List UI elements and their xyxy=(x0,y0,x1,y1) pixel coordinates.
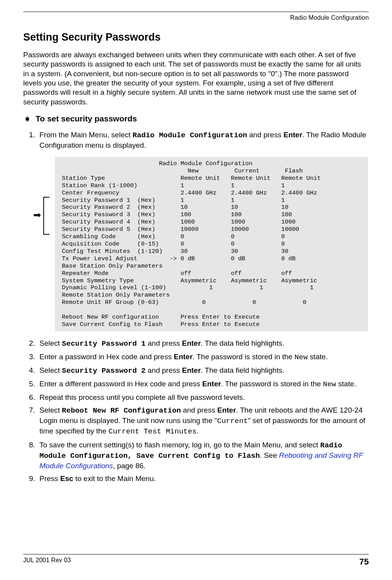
step-9-text: Press xyxy=(39,474,60,483)
step-2-text: Select xyxy=(39,339,62,347)
step-6: Repeat this process until you complete a… xyxy=(37,392,369,402)
step-9-text2: to exit to the Main Menu. xyxy=(73,474,156,483)
step-3-key: Enter xyxy=(174,353,193,361)
step-7-text2: and press xyxy=(181,406,217,414)
step-3-text: Enter a password in Hex code and press xyxy=(39,353,174,361)
step-8-text2: . See xyxy=(260,451,279,459)
step-3-text3: state. xyxy=(308,353,328,361)
step-8: To save the current setting(s) to flash … xyxy=(37,440,369,471)
step-5-text2: . The password is stored in the xyxy=(221,380,323,388)
step-4-text3: . The data field highlights. xyxy=(201,366,284,374)
procedure-arrow-icon: ➧ xyxy=(23,114,32,124)
step-4: Select Security Password 2 and press Ent… xyxy=(37,365,369,376)
page-number: 75 xyxy=(360,557,369,567)
running-head: Radio Module Configuration xyxy=(23,14,369,21)
step-7: Select Reboot New RF Configuration and p… xyxy=(37,405,369,437)
page: Radio Module Configuration Setting Secur… xyxy=(0,0,392,580)
step-7-mono1: Current xyxy=(217,417,248,425)
step-2: Select Security Password 1 and press Ent… xyxy=(37,338,369,349)
terminal-screen: Radio Module Configuration New Current F… xyxy=(55,157,368,331)
step-4-text2: and press xyxy=(146,366,182,374)
page-footer: JUL 2001 Rev 03 75 xyxy=(23,554,369,567)
step-7-command: Reboot New RF Configuration xyxy=(62,406,181,415)
step-5-text3: state. xyxy=(336,380,356,388)
step-3-text2: . The password is stored in the xyxy=(193,353,295,361)
step-9-key: Esc xyxy=(60,474,73,483)
step-1-command: Radio Module Configuration xyxy=(133,131,247,140)
step-5-key: Enter xyxy=(202,380,221,388)
step-1-text2: and press xyxy=(247,131,283,139)
step-8-text3: , page 86. xyxy=(113,462,146,470)
section-title: Setting Security Passwords xyxy=(23,31,369,43)
steps-list: From the Main Menu, select Radio Module … xyxy=(23,130,369,483)
footer-revision: JUL 2001 Rev 03 xyxy=(23,557,71,567)
step-2-text3: . The data field highlights. xyxy=(201,339,284,347)
intro-paragraph: Passwords are always exchanged between u… xyxy=(23,50,369,107)
step-4-text: Select xyxy=(39,366,62,374)
step-2-command: Security Password 1 xyxy=(62,339,146,348)
step-3: Enter a password in Hex code and press E… xyxy=(37,352,369,362)
step-1: From the Main Menu, select Radio Module … xyxy=(37,130,369,331)
terminal-wrapper: ➡ Radio Module Configuration New Current… xyxy=(55,157,368,331)
step-5-mono: New xyxy=(323,380,336,389)
step-4-key: Enter xyxy=(182,366,201,374)
step-5-text: Enter a different password in Hex code a… xyxy=(39,380,202,388)
step-2-text2: and press xyxy=(146,339,182,347)
top-rule xyxy=(23,12,369,12)
step-7-mono2: Current Test Minutes xyxy=(108,427,196,436)
step-2-key: Enter xyxy=(182,339,201,347)
step-8-text: To save the current setting(s) to flash … xyxy=(39,441,320,449)
step-9: Press Esc to exit to the Main Menu. xyxy=(37,474,369,483)
step-7-text: Select xyxy=(39,406,62,414)
step-1-text: From the Main Menu, select xyxy=(39,131,133,139)
step-5: Enter a different password in Hex code a… xyxy=(37,379,369,389)
step-4-command: Security Password 2 xyxy=(62,367,146,375)
callout-bracket-icon xyxy=(43,197,49,235)
step-1-key: Enter xyxy=(283,131,302,139)
procedure-heading-row: ➧ To set security passwords xyxy=(23,114,369,124)
step-7-text5: . xyxy=(197,427,199,435)
step-7-key: Enter xyxy=(217,406,236,414)
procedure-heading: To set security passwords xyxy=(36,114,137,123)
callout-arrow-icon: ➡ xyxy=(33,210,41,220)
step-3-mono: New xyxy=(295,353,308,362)
